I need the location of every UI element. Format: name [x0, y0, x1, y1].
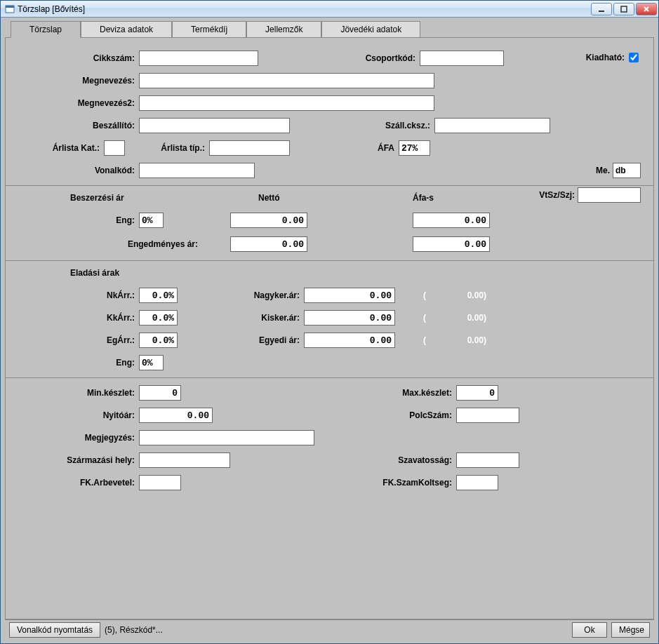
- polcszam-label: PolcSzám:: [213, 410, 456, 420]
- me-label: Me.: [596, 166, 610, 175]
- me-input[interactable]: [613, 163, 641, 178]
- nyitoar-input[interactable]: [139, 408, 213, 423]
- kkarr-label: KkÁrr.:: [13, 313, 139, 323]
- szallcksz-input[interactable]: [434, 118, 550, 133]
- beszallito-input[interactable]: [139, 118, 290, 133]
- client-area: Törzslap Deviza adatok Termékdíj Jellemz…: [1, 18, 658, 643]
- tab-page: Kiadható: Cikkszám: Csoportkód: Megnevez…: [5, 37, 654, 619]
- eng2-label: Eng:: [13, 358, 139, 368]
- megnevezes2-input[interactable]: [139, 95, 434, 111]
- window-buttons: [591, 3, 657, 15]
- beszerzesi-header: Beszerzési ár: [70, 193, 202, 203]
- minimize-button[interactable]: [591, 3, 612, 15]
- kkarr-input[interactable]: [139, 310, 178, 326]
- maxkeszlet-label: Max.készlet:: [181, 388, 456, 398]
- szallcksz-label: Száll.cksz.:: [290, 121, 434, 130]
- tab-deviza[interactable]: Deviza adatok: [81, 21, 172, 38]
- arlistakat-label: Árlista Kat.:: [13, 143, 104, 153]
- tab-torzslap[interactable]: Törzslap: [11, 21, 81, 38]
- footer: Vonalkód nyomtatás (5), Részkód*... Ok M…: [5, 619, 654, 639]
- app-icon: [5, 4, 15, 14]
- eladasi-header: Eladási árak: [70, 268, 646, 278]
- csoportkod-input[interactable]: [420, 51, 504, 66]
- tab-termekdij[interactable]: Termékdíj: [172, 21, 246, 38]
- ok-button[interactable]: Ok: [572, 622, 607, 638]
- cikkszam-input[interactable]: [139, 51, 258, 66]
- engedmenyes-label: Engedményes ár:: [128, 239, 202, 249]
- tab-strip: Törzslap Deviza adatok Termékdíj Jellemz…: [11, 20, 654, 37]
- svg-rect-3: [621, 6, 627, 12]
- cikkszam-label: Cikkszám:: [13, 53, 139, 63]
- minkeszlet-label: Min.készlet:: [13, 388, 139, 398]
- kiadhato-group: Kiadható:: [586, 51, 641, 65]
- nagykerar-label: Nagyker.ár:: [178, 290, 304, 300]
- fkszamkoltseg-label: FK.SzamKoltseg:: [181, 478, 456, 488]
- titlebar: Törzslap [Bővítés]: [1, 1, 658, 18]
- megjegyzes-label: Megjegyzés:: [13, 433, 139, 443]
- separator: [6, 185, 653, 186]
- szarmazasi-label: Származási hely:: [13, 455, 139, 465]
- nagyker-paren: (0.00): [423, 290, 486, 300]
- window: Törzslap [Bővítés] Törzslap Deviza adato…: [0, 0, 659, 644]
- nyitoar-label: Nyitóár:: [13, 410, 139, 420]
- minkeszlet-input[interactable]: [139, 385, 181, 401]
- afa-label: ÁFA: [290, 143, 399, 153]
- close-button[interactable]: [636, 3, 657, 15]
- arlistatip-input[interactable]: [209, 140, 290, 156]
- megnevezes-label: Megnevezés:: [13, 76, 139, 86]
- fkarbevetel-label: FK.Arbevetel:: [13, 478, 139, 488]
- arlistatip-label: Árlista típ.:: [125, 143, 209, 153]
- egyedi-paren: (0.00): [423, 335, 486, 345]
- kiskerar-input[interactable]: [304, 310, 395, 326]
- vonalkod-nyomtatas-button[interactable]: Vonalkód nyomtatás: [9, 622, 100, 638]
- afas-engedmenyes-input[interactable]: [413, 236, 490, 252]
- eng-label: Eng:: [13, 215, 139, 225]
- netto-header: Nettó: [258, 193, 385, 203]
- megjegyzes-input[interactable]: [139, 430, 314, 445]
- beszallito-label: Beszállító:: [13, 121, 139, 130]
- vonalkod-input[interactable]: [139, 163, 255, 178]
- megnevezes2-label: Megnevezés2:: [13, 98, 139, 108]
- separator: [6, 377, 653, 378]
- szavatossag-label: Szavatosság:: [230, 455, 456, 465]
- kiskerar-label: Kisker.ár:: [178, 313, 304, 323]
- netto-eng-input[interactable]: [230, 213, 307, 228]
- tab-jovedeki[interactable]: Jövedéki adatok: [321, 21, 420, 38]
- megnevezes-input[interactable]: [139, 73, 434, 88]
- szavatossag-input[interactable]: [456, 452, 519, 468]
- eng2-input[interactable]: [139, 355, 164, 370]
- egyediar-label: Egyedi ár:: [178, 335, 304, 345]
- tab-jellemzok[interactable]: Jellemzők: [246, 21, 321, 38]
- maxkeszlet-input[interactable]: [456, 385, 498, 401]
- eng-input[interactable]: [139, 213, 164, 228]
- separator: [6, 260, 653, 261]
- status-text: (5), Részkód*...: [105, 625, 163, 635]
- window-title: Törzslap [Bővítés]: [18, 4, 591, 14]
- kiadhato-label: Kiadható:: [586, 53, 625, 62]
- maximize-button[interactable]: [613, 3, 634, 15]
- afa-input[interactable]: [399, 140, 430, 156]
- egyediar-input[interactable]: [304, 333, 395, 348]
- arlistakat-input[interactable]: [104, 140, 125, 156]
- netto-engedmenyes-input[interactable]: [230, 236, 307, 252]
- fkszamkoltseg-input[interactable]: [456, 475, 498, 490]
- szarmazasi-input[interactable]: [139, 452, 230, 468]
- kisker-paren: (0.00): [423, 313, 486, 323]
- vtsz-input[interactable]: [578, 187, 641, 203]
- kiadhato-checkbox[interactable]: [629, 53, 639, 62]
- polcszam-input[interactable]: [456, 408, 519, 423]
- cancel-button[interactable]: Mégse: [611, 622, 650, 638]
- vonalkod-label: Vonalkód:: [13, 166, 139, 175]
- nkarr-input[interactable]: [139, 288, 178, 303]
- egarr-input[interactable]: [139, 333, 178, 348]
- csoportkod-label: Csoportkód:: [258, 53, 420, 63]
- svg-rect-1: [6, 6, 14, 8]
- afas-eng-input[interactable]: [413, 213, 490, 228]
- vtsz-label: VtSz/Szj:: [539, 190, 575, 200]
- nkarr-label: NkÁrr.:: [13, 290, 139, 300]
- nagykerar-input[interactable]: [304, 288, 395, 303]
- fkarbevetel-input[interactable]: [139, 475, 181, 490]
- egarr-label: EgÁrr.:: [13, 335, 139, 345]
